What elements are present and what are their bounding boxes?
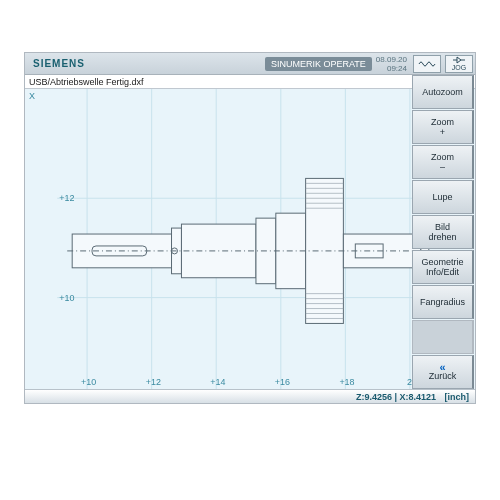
softkey-empty <box>412 320 474 354</box>
xtick-0: +10 <box>81 377 96 387</box>
title-bar: SIEMENS SINUMERIK OPERATE 08.09.20 09:24… <box>25 53 475 75</box>
date-text: 08.09.20 <box>376 55 407 64</box>
lupe-button[interactable]: Lupe <box>412 180 474 214</box>
fangradius-button[interactable]: Fangradius <box>412 285 474 319</box>
jog-mode-chip[interactable]: JOG <box>445 55 473 73</box>
softkey-bar: Autozoom Zoom + Zoom – Lupe Bild drehen … <box>412 75 474 403</box>
svg-rect-13 <box>306 178 344 323</box>
jog-label: JOG <box>452 64 466 71</box>
shaft-drawing <box>67 178 433 323</box>
time-text: 09:24 <box>376 64 407 73</box>
wave-icon[interactable] <box>413 55 441 73</box>
bild-drehen-button[interactable]: Bild drehen <box>412 215 474 249</box>
xtick-3: +16 <box>275 377 290 387</box>
xtick-2: +14 <box>210 377 225 387</box>
brand-logo: SIEMENS <box>25 58 93 69</box>
status-bar: Z:9.4256 | X:8.4121 [inch] <box>25 389 475 403</box>
xtick-1: +12 <box>146 377 161 387</box>
z-value: 9.4256 <box>364 392 392 402</box>
cad-viewport[interactable]: X +12 +10 +10 +12 +14 +16 +18 2 <box>25 89 475 389</box>
back-button[interactable]: « Zurück <box>412 355 474 389</box>
ytick-0: +12 <box>59 193 74 203</box>
autozoom-button[interactable]: Autozoom <box>412 75 474 109</box>
app-window: SIEMENS SINUMERIK OPERATE 08.09.20 09:24… <box>24 52 476 404</box>
clock: 08.09.20 09:24 <box>376 55 411 73</box>
zoom-in-button[interactable]: Zoom + <box>412 110 474 144</box>
product-name: SINUMERIK OPERATE <box>265 57 372 71</box>
file-path: USB/Abtriebswelle Fertig.dxf <box>29 77 144 87</box>
geometrie-button[interactable]: Geometrie Info/Edit <box>412 250 474 284</box>
drawing-canvas: +12 +10 +10 +12 +14 +16 +18 2 <box>25 89 475 389</box>
file-path-bar: USB/Abtriebswelle Fertig.dxf <box>25 75 475 89</box>
zoom-out-button[interactable]: Zoom – <box>412 145 474 179</box>
xtick-4: +18 <box>339 377 354 387</box>
back-icon: « <box>439 363 445 371</box>
ytick-1: +10 <box>59 293 74 303</box>
